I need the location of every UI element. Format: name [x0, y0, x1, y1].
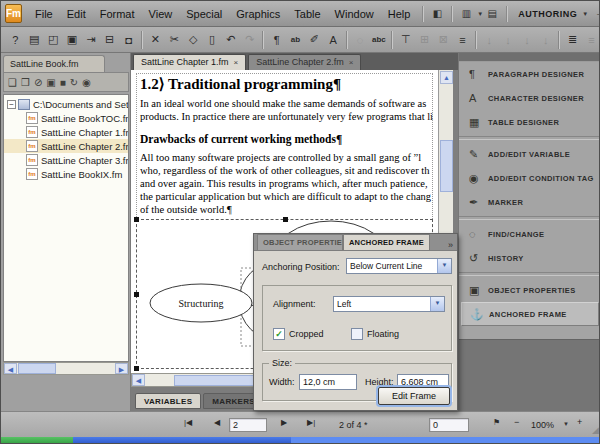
sidebar-item-paragraph-designer[interactable]: ¶ PARAGRAPH DESIGNER [459, 62, 600, 86]
line-number-field[interactable]: 0 [429, 418, 469, 432]
smart-insert-icon[interactable]: ✐ [306, 30, 323, 49]
chevron-down-icon[interactable]: ▼ [430, 297, 444, 311]
taskbar-open-window[interactable] [291, 437, 600, 444]
cropped-checkbox[interactable]: ✓ Cropped [273, 328, 324, 340]
scroll-left-icon[interactable]: ◀ [4, 363, 17, 374]
collapse-icon[interactable]: − [7, 100, 16, 109]
update-book-icon[interactable]: ↻ [70, 77, 78, 88]
delete-icon[interactable]: ✕ [147, 30, 164, 49]
spell-check-icon[interactable]: abc [370, 30, 387, 49]
arrow-tool-icon[interactable]: ↓ [500, 30, 517, 49]
menu-view[interactable]: View [142, 2, 180, 26]
scroll-left-icon[interactable]: ◀ [132, 374, 145, 386]
import-file-icon[interactable]: ⇥ [82, 30, 99, 49]
sidebar-item-add-edit-condition-tag[interactable]: ◉ ADD/EDIT CONDITION TAG [459, 166, 600, 190]
last-page-button[interactable]: ▶| [307, 418, 315, 427]
arrow-tool-icon[interactable]: ↓ [537, 30, 554, 49]
tree-item[interactable]: fm SattLine BookIX.fm [4, 167, 128, 181]
arrow-tool-icon[interactable]: ↓ [481, 30, 498, 49]
zoom-out-button[interactable]: − [514, 417, 519, 427]
edit-frame-button[interactable]: Edit Frame [378, 387, 450, 405]
sidebar-item-anchored-frame[interactable]: ⚓ ANCHORED FRAME [461, 302, 599, 326]
checkbox-checked-icon[interactable]: ✓ [273, 328, 285, 340]
book-panel-tab[interactable]: SattLine Book.fm [3, 55, 105, 72]
book-horizontal-scrollbar[interactable]: ◀ ▶ [3, 362, 129, 375]
tree-item-selected[interactable]: fm SattLine Chapter 2.fm [4, 139, 128, 153]
menu-edit[interactable]: Edit [60, 2, 93, 26]
menu-help[interactable]: Help [381, 2, 418, 26]
add-folder-icon[interactable]: ❒ [21, 77, 30, 88]
indent-format-icon[interactable]: ≡ [583, 30, 600, 49]
lock-document-icon[interactable]: ◘ [120, 30, 137, 49]
tab-anchored-frame[interactable]: ANCHORED FRAME [343, 234, 430, 250]
first-page-button[interactable]: |◀ [184, 418, 192, 427]
sidebar-item-find-change[interactable]: ◌ FIND/CHANGE [459, 222, 600, 246]
distribute-objects-icon[interactable]: ≡ [454, 30, 471, 49]
menu-special[interactable]: Special [179, 2, 229, 26]
menu-file[interactable]: File [28, 2, 60, 26]
tab-close-icon[interactable]: × [349, 58, 354, 67]
save-book-icon[interactable]: ▣ [46, 77, 55, 88]
tab-variables[interactable]: VARIABLES [135, 393, 201, 409]
resize-grip[interactable]: ◢ [592, 425, 599, 435]
add-file-icon[interactable]: ❑ [8, 77, 17, 88]
start-button[interactable] [1, 437, 73, 444]
zoom-level-value[interactable]: 100% [531, 420, 554, 430]
paragraph-tags-icon[interactable]: ¶ [268, 30, 285, 49]
tree-item[interactable]: fm SattLine Chapter 1.fm [4, 125, 128, 139]
marker-nav-icon[interactable]: ⚑ [493, 418, 500, 427]
menu-table[interactable]: Table [287, 2, 327, 26]
chevron-down-icon[interactable]: ▼ [437, 259, 451, 273]
save-document-icon[interactable]: ▣ [64, 30, 81, 49]
sidebar-item-character-designer[interactable]: A CHARACTER DESIGNER [459, 86, 600, 110]
tree-item[interactable]: fm SattLine BookTOC.fm [4, 111, 128, 125]
cut-icon[interactable]: ✂ [166, 30, 183, 49]
sidebar-item-object-properties[interactable]: ▣ OBJECT PROPERTIES [459, 278, 600, 302]
display-options-icon[interactable]: ◉ [82, 77, 91, 88]
document-tab-active[interactable]: SattLine Chapter 1.fm× [133, 54, 246, 70]
floating-checkbox[interactable]: Floating [351, 328, 399, 340]
arrow-tool-icon[interactable]: ↓ [518, 30, 535, 49]
page-number-field[interactable]: 2 [229, 418, 267, 432]
menu-format[interactable]: Format [93, 2, 142, 26]
sidebar-item-add-edit-variable[interactable]: ✎ ADD/EDIT VARIABLE [459, 142, 600, 166]
menu-graphics[interactable]: Graphics [229, 2, 287, 26]
zoom-menu-icon[interactable]: ▼ [563, 421, 569, 427]
arrange-windows-icon[interactable]: ▤ [483, 6, 501, 21]
find-icon[interactable]: ◌ [352, 30, 369, 49]
undo-icon[interactable]: ↶ [222, 30, 239, 49]
checkbox-unchecked-icon[interactable] [351, 328, 363, 340]
sidebar-item-history[interactable]: ↺ HISTORY [459, 246, 600, 270]
zoom-in-button[interactable]: + [577, 417, 582, 427]
workspace-chevron-icon[interactable]: ▼ [582, 11, 588, 17]
group-objects-icon[interactable]: ⊞ [416, 30, 433, 49]
sidebar-item-table-designer[interactable]: ▦ TABLE DESIGNER [459, 110, 600, 134]
scroll-right-icon[interactable]: ▶ [115, 363, 128, 374]
list-format-icon[interactable]: ≣ [564, 30, 581, 49]
change-case-icon[interactable]: A [325, 30, 342, 49]
exclude-file-icon[interactable]: ⊘ [34, 77, 42, 88]
print-document-icon[interactable]: ⊟ [101, 30, 118, 49]
anchoring-position-select[interactable]: Below Current Line ▼ [346, 258, 452, 274]
document-tab[interactable]: SattLine Chapter 2.fm× [248, 54, 361, 70]
next-page-button[interactable]: ▶ [281, 418, 287, 427]
align-objects-icon[interactable]: ⊤ [397, 30, 414, 49]
scroll-up-icon[interactable]: ▲ [440, 71, 453, 84]
new-document-icon[interactable]: ▤ [26, 30, 43, 49]
ungroup-objects-icon[interactable]: ⊠ [435, 30, 452, 49]
tab-object-properties[interactable]: OBJECT PROPERTIES [257, 234, 343, 250]
tree-item[interactable]: fm SattLine Chapter 3.fm [4, 153, 128, 167]
redo-icon[interactable]: ↷ [241, 30, 258, 49]
tab-overflow-icon[interactable]: » [448, 240, 457, 250]
tab-close-icon[interactable]: × [234, 58, 239, 67]
width-field[interactable]: 12,0 cm [299, 374, 357, 390]
workspace-switcher[interactable]: AUTHORING [518, 9, 577, 19]
scrollbar-thumb[interactable] [18, 363, 56, 374]
alignment-select[interactable]: Left ▼ [333, 296, 445, 312]
scrollbar-thumb[interactable] [440, 140, 453, 192]
minimize-button[interactable]: – [592, 8, 600, 20]
open-document-icon[interactable]: ◰ [45, 30, 62, 49]
sidebar-item-marker[interactable]: ✒ MARKER [459, 190, 600, 214]
help-icon[interactable]: ? [7, 30, 24, 49]
layout-switcher-icon[interactable]: ▥ [457, 6, 475, 21]
